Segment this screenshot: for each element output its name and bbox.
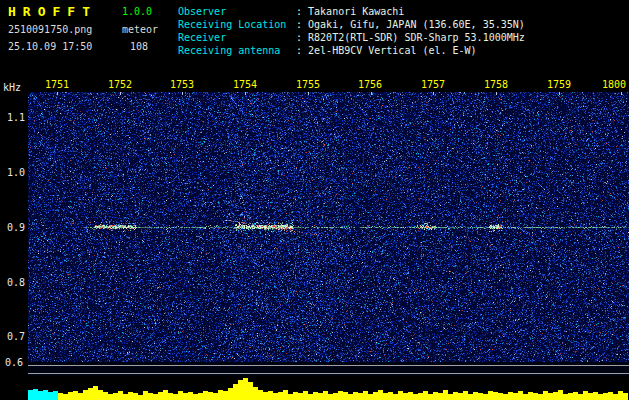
info-value: R820T2(RTL-SDR) SDR-Sharp 53.1000MHz bbox=[308, 31, 525, 44]
info-label: Receiver bbox=[178, 31, 296, 44]
info-separator: : bbox=[296, 5, 308, 18]
datetime-label: 25.10.09 17:50 bbox=[8, 41, 92, 52]
info-line-receiver: Receiver: R820T2(RTL-SDR) SDR-Sharp 53.1… bbox=[178, 31, 525, 44]
info-line-observer: Observer: Takanori Kawachi bbox=[178, 5, 525, 18]
info-value: 2el-HB9CV Vertical (el. E-W) bbox=[308, 44, 477, 57]
app-title: HROFFT bbox=[8, 4, 97, 19]
info-separator: : bbox=[296, 31, 308, 44]
app-version: 1.0.0 bbox=[122, 6, 152, 17]
time-tick-label: 1759 bbox=[544, 79, 574, 90]
time-tick-label: 1758 bbox=[481, 79, 511, 90]
mode-label: meteor bbox=[122, 24, 158, 35]
time-tick-label: 1754 bbox=[230, 79, 260, 90]
time-tick-label: 1756 bbox=[355, 79, 385, 90]
level-meter-strip bbox=[28, 362, 629, 376]
hrofft-screen: HROFFT 1.0.0 2510091750.png meteor 25.10… bbox=[0, 0, 629, 400]
time-tick-label: 1752 bbox=[105, 79, 135, 90]
time-tick-label: 1753 bbox=[167, 79, 197, 90]
freq-tick-label: 0.7 bbox=[7, 331, 25, 342]
freq-tick-label: 0.8 bbox=[7, 277, 25, 288]
info-label: Receiving antenna bbox=[178, 44, 296, 57]
time-tick-label: 1751 bbox=[42, 79, 72, 90]
info-separator: : bbox=[296, 18, 308, 31]
meter-reference-line bbox=[28, 365, 629, 366]
echo-count: 108 bbox=[130, 41, 148, 52]
info-label: Receiving Location bbox=[178, 18, 296, 31]
time-tick-label: 1757 bbox=[418, 79, 448, 90]
signal-level-bars bbox=[28, 376, 629, 400]
info-line-antenna: Receiving antenna: 2el-HB9CV Vertical (e… bbox=[178, 44, 525, 57]
freq-axis-unit: kHz bbox=[3, 82, 21, 93]
freq-tick-label: 0.9 bbox=[7, 222, 25, 233]
spectrogram-canvas bbox=[28, 92, 629, 362]
info-label: Observer bbox=[178, 5, 296, 18]
info-separator: : bbox=[296, 44, 308, 57]
info-value: Ogaki, Gifu, JAPAN (136.60E, 35.35N) bbox=[308, 18, 525, 31]
observer-info-block: Observer: Takanori Kawachi Receiving Loc… bbox=[178, 5, 525, 57]
meter-reference-line bbox=[28, 373, 629, 374]
info-line-location: Receiving Location: Ogaki, Gifu, JAPAN (… bbox=[178, 18, 525, 31]
time-tick-label: 1755 bbox=[293, 79, 323, 90]
output-filename: 2510091750.png bbox=[8, 24, 92, 35]
time-tick-label: 1800 bbox=[599, 79, 629, 90]
info-value: Takanori Kawachi bbox=[308, 5, 404, 18]
freq-tick-label: 1.0 bbox=[7, 167, 25, 178]
freq-tick-label: 0.6 bbox=[5, 357, 23, 368]
level-bar bbox=[623, 393, 628, 400]
freq-tick-label: 1.1 bbox=[7, 112, 25, 123]
